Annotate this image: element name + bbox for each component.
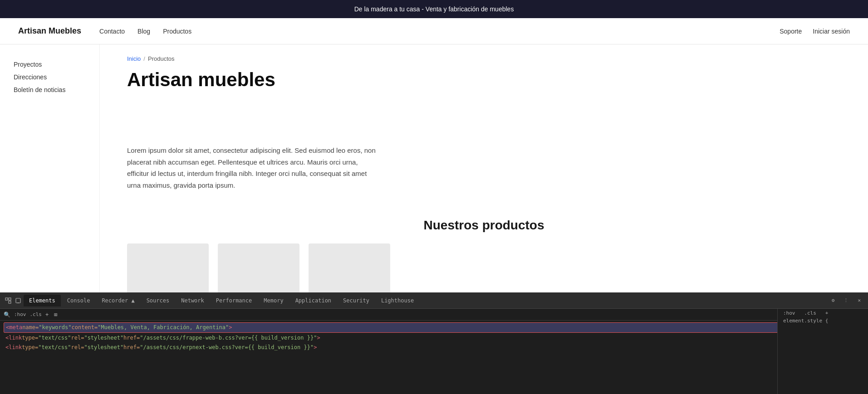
announcement-bar: De la madera a tu casa - Venta y fabrica…	[0, 0, 868, 18]
dom-attr-href1: href=	[123, 334, 140, 342]
devtools-tab-elements[interactable]: Elements	[24, 295, 61, 306]
dom-attr-href2: href=	[123, 343, 140, 352]
dom-line-3[interactable]: <link type="text/css" rel="stylesheet" h…	[4, 343, 864, 352]
devtools-tab-recorder[interactable]: Recorder ▲	[96, 295, 140, 306]
devtools-panel: Elements Console Recorder ▲ Sources Netw…	[0, 292, 868, 394]
devtools-tabs: Elements Console Recorder ▲ Sources Netw…	[0, 292, 868, 309]
main-nav: Artisan Muebles Contacto Blog Productos …	[0, 18, 868, 44]
dom-tag-link2: <link	[5, 343, 22, 352]
devtools-tab-application[interactable]: Application	[290, 295, 337, 306]
dom-tag-link1: <link	[5, 334, 22, 342]
dom-tag-close: >	[229, 323, 232, 332]
dom-attr-rel2: rel=	[71, 343, 84, 352]
devtools-tab-console[interactable]: Console	[62, 295, 96, 306]
dom-tag: <meta	[6, 323, 22, 332]
devtools-dom-area: 🔍 :hov .cls + ⊞ <meta name="keywords" co…	[0, 309, 868, 394]
product-card-1[interactable]	[127, 243, 209, 298]
breadcrumb-separator: /	[143, 55, 145, 62]
svg-rect-2	[9, 298, 11, 300]
breadcrumb-home[interactable]: Inicio	[127, 55, 141, 62]
device-icon[interactable]	[14, 296, 23, 305]
dom-attr-href2-val: "/assets/css/erpnext-web.css?ver={{ buil…	[140, 343, 314, 352]
products-section: Nuestros productos	[127, 218, 841, 298]
dom-attr-type2-val: "text/css"	[38, 343, 71, 352]
devtools-toolbar: 🔍 :hov .cls + ⊞	[0, 309, 868, 321]
devtools-tab-sources[interactable]: Sources	[141, 295, 175, 306]
dom-tag-link1-close: >	[317, 334, 320, 342]
dom-attr-name-2: content=	[72, 323, 98, 332]
dom-line-2[interactable]: <link type="text/css" rel="stylesheet" h…	[4, 334, 864, 342]
devtools-dom-content: <meta name="keywords" content="Muebles, …	[0, 321, 868, 394]
devtools-more-icon[interactable]: ⋮	[840, 296, 852, 305]
announcement-text: De la madera a tu casa - Venta y fabrica…	[354, 5, 514, 13]
svg-rect-3	[16, 298, 20, 303]
product-card-2[interactable]	[218, 243, 299, 298]
dom-attr-href1-val: "/assets/css/frappe-web-b.css?ver={{ bui…	[140, 334, 317, 342]
devtools-body: 🔍 :hov .cls + ⊞ <meta name="keywords" co…	[0, 309, 868, 394]
breadcrumb: Inicio / Productos	[127, 55, 841, 62]
products-grid	[127, 243, 841, 298]
products-section-title: Nuestros productos	[127, 218, 841, 233]
devtools-right-controls: ⚙ ⋮ ✕	[828, 296, 864, 305]
nav-right: Soporte Iniciar sesión	[780, 28, 850, 35]
product-card-3[interactable]	[309, 243, 390, 298]
sidebar-item-boletin[interactable]: Boletín de noticias	[14, 83, 86, 96]
dom-attr-type2: type=	[22, 343, 38, 352]
devtools-tab-network[interactable]: Network	[176, 295, 210, 306]
right-panel-content: :hov .cls + element.style {	[778, 309, 868, 328]
toolbar-layout-icon[interactable]: ⊞	[54, 311, 57, 318]
dom-attr-rel2-val: "stylesheet"	[84, 343, 123, 352]
right-panel-hover: :hov .cls +	[783, 309, 863, 317]
breadcrumb-current: Productos	[148, 55, 175, 62]
toolbar-plus-icon[interactable]: +	[45, 311, 49, 318]
right-panel-element-style: element.style {	[783, 317, 863, 325]
nav-link-soporte[interactable]: Soporte	[780, 28, 802, 35]
sidebar-item-proyectos[interactable]: Proyectos	[14, 58, 86, 71]
devtools-tab-security[interactable]: Security	[338, 295, 375, 306]
svg-rect-1	[9, 301, 11, 303]
nav-link-blog[interactable]: Blog	[137, 28, 150, 35]
dom-attr-name-1: name=	[22, 323, 39, 332]
dom-attr-rel-val: "stylesheet"	[84, 334, 123, 342]
toolbar-search-icon[interactable]: 🔍	[4, 311, 10, 318]
nav-brand[interactable]: Artisan Muebles	[18, 26, 81, 36]
toolbar-cls-icon[interactable]: .cls	[30, 311, 42, 317]
dom-line-highlighted[interactable]: <meta name="keywords" content="Muebles, …	[4, 322, 864, 333]
sidebar-item-direcciones[interactable]: Direcciones	[14, 71, 86, 83]
dom-tag-link2-close: >	[314, 343, 317, 352]
dom-attr-type: type=	[22, 334, 38, 342]
inspect-icon[interactable]	[4, 296, 13, 305]
nav-link-productos[interactable]: Productos	[163, 28, 191, 35]
devtools-tab-performance[interactable]: Performance	[211, 295, 257, 306]
toolbar-hover-icon[interactable]: :hov	[14, 311, 26, 317]
devtools-close-icon[interactable]: ✕	[854, 296, 864, 305]
page-title: Artisan muebles	[127, 69, 841, 90]
devtools-tab-memory[interactable]: Memory	[258, 295, 289, 306]
devtools-settings-icon[interactable]: ⚙	[828, 296, 839, 305]
dom-attr-type-val: "text/css"	[38, 334, 71, 342]
nav-links: Contacto Blog Productos	[99, 28, 780, 35]
dom-attr-value-2: "Muebles, Venta, Fabricación, Argentina"	[98, 323, 229, 332]
dom-attr-value-1: "keywords"	[39, 323, 71, 332]
devtools-right-panel: Styles Computed :hov .cls + element.styl…	[777, 309, 868, 394]
nav-link-contacto[interactable]: Contacto	[99, 28, 125, 35]
nav-link-iniciar-sesion[interactable]: Iniciar sesión	[813, 28, 850, 35]
svg-rect-0	[5, 298, 8, 300]
devtools-tab-lighthouse[interactable]: Lighthouse	[376, 295, 419, 306]
page-description: Lorem ipsum dolor sit amet, consectetur …	[127, 145, 381, 191]
dom-attr-rel: rel=	[71, 334, 84, 342]
